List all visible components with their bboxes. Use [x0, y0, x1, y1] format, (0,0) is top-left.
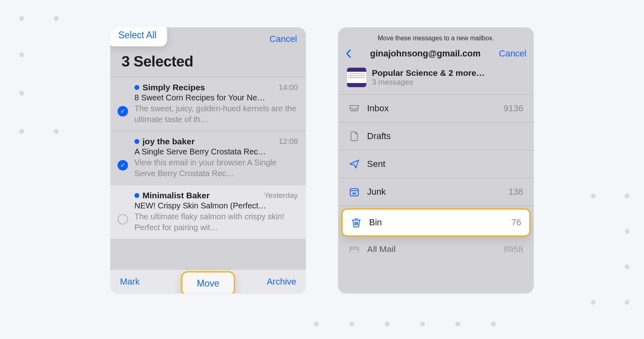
email-time: Yesterday [264, 191, 298, 200]
move-hint-label: Move these messages to a new mailbox. [338, 27, 534, 45]
mailbox-label: Bin [369, 217, 504, 228]
mailbox-allmail[interactable]: All Mail 8958 [338, 239, 534, 252]
cancel-button[interactable]: Cancel [270, 34, 297, 44]
inbox-icon [349, 103, 360, 114]
drafts-icon [349, 131, 360, 142]
junk-icon [349, 186, 360, 198]
email-time: 12:08 [279, 137, 298, 146]
mailbox-count: 9136 [504, 103, 523, 114]
svg-rect-0 [350, 189, 358, 196]
email-preview: The ultimate flaky salmon with crispy sk… [134, 211, 298, 233]
move-destination-panel: Move these messages to a new mailbox. gi… [338, 27, 534, 293]
unread-dot-icon [134, 193, 139, 198]
checkbox-selected-icon[interactable]: ✓ [118, 160, 128, 171]
mailbox-label: Sent [367, 159, 516, 169]
mailbox-label: All Mail [367, 244, 496, 252]
email-preview: The sweet, juicy, golden-hued kernels ar… [134, 103, 298, 125]
unread-dot-icon [134, 85, 139, 90]
mailbox-sent[interactable]: Sent [338, 150, 534, 178]
cancel-button[interactable]: Cancel [499, 48, 526, 59]
email-subject: NEW! Crispy Skin Salmon (Perfect… [134, 201, 298, 210]
allmail-icon [349, 244, 360, 252]
mailbox-count: 8958 [504, 244, 523, 252]
email-subject: A Single Serve Berry Crostata Rec… [134, 147, 298, 156]
email-row[interactable]: Minimalist Baker Yesterday NEW! Crispy S… [110, 185, 306, 239]
account-label: ginajohnsong@gmail.com [356, 48, 495, 59]
mailbox-navbar: ginajohnsong@gmail.com Cancel [338, 45, 534, 64]
mailbox-list: Inbox 9136 Drafts Sent Junk 138 [338, 95, 534, 252]
email-sender: joy the baker [142, 137, 275, 146]
mail-selection-panel: Select All Cancel 3 Selected ✓ Simply Re… [110, 27, 306, 293]
move-summary: Popular Science & 2 more… 3 messages [338, 64, 534, 95]
checkbox-selected-icon[interactable]: ✓ [118, 106, 128, 116]
mailbox-count: 138 [508, 187, 523, 197]
email-time: 14:00 [279, 83, 298, 92]
sent-icon [349, 158, 360, 170]
archive-button[interactable]: Archive [267, 277, 296, 287]
email-list: ✓ Simply Recipes 14:00 8 Sweet Corn Reci… [110, 77, 306, 239]
mailbox-bin[interactable]: Bin 76 [341, 208, 530, 237]
unread-dot-icon [134, 139, 139, 144]
email-preview: View this email in your browser A Single… [134, 157, 298, 179]
select-all-button[interactable]: Select All [110, 27, 167, 46]
summary-count: 3 messages [372, 78, 485, 87]
email-row[interactable]: ✓ Simply Recipes 14:00 8 Sweet Corn Reci… [110, 77, 306, 131]
message-thumbnail-icon [347, 68, 366, 87]
mailbox-junk[interactable]: Junk 138 [338, 178, 534, 206]
mailbox-label: Junk [367, 187, 501, 197]
page-title: 3 Selected [110, 51, 306, 77]
email-sender: Minimalist Baker [142, 191, 261, 200]
mailbox-inbox[interactable]: Inbox 9136 [338, 95, 534, 123]
mailbox-label: Drafts [367, 131, 516, 141]
back-button[interactable] [345, 49, 352, 58]
email-row[interactable]: ✓ joy the baker 12:08 A Single Serve Ber… [110, 131, 306, 185]
move-button[interactable]: Move [181, 271, 235, 293]
mailbox-drafts[interactable]: Drafts [338, 123, 534, 150]
mailbox-label: Inbox [367, 103, 496, 114]
checkbox-unselected-icon[interactable] [118, 214, 128, 225]
summary-title: Popular Science & 2 more… [372, 68, 485, 78]
mailbox-count: 76 [512, 217, 521, 228]
mark-button[interactable]: Mark [120, 277, 140, 287]
bin-icon [351, 217, 362, 228]
email-subject: 8 Sweet Corn Recipes for Your Ne… [134, 93, 298, 102]
email-sender: Simply Recipes [142, 83, 275, 92]
